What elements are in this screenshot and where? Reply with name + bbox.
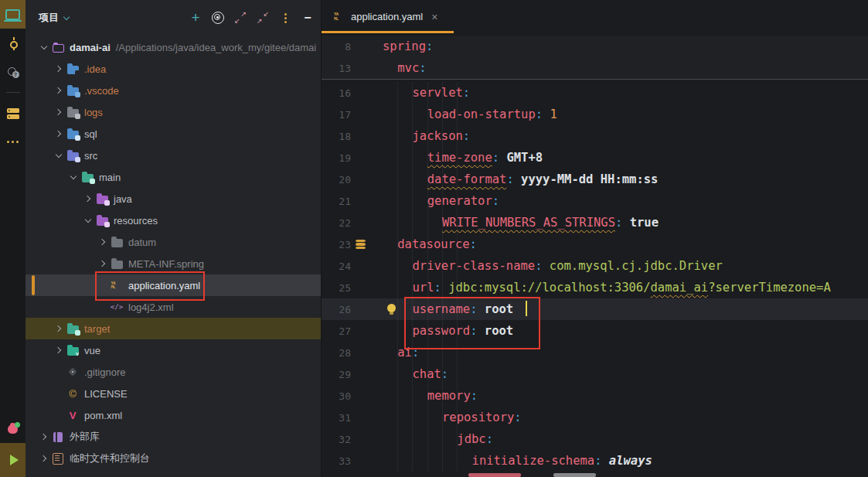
chevron-right-icon[interactable]: [52, 322, 66, 335]
tree-item-folder-sql[interactable]: sql: [26, 123, 321, 145]
gutter[interactable]: 26: [322, 298, 379, 320]
tree-item-folder-src[interactable]: src: [26, 145, 321, 166]
tree-item-external-libraries[interactable]: 外部库: [26, 426, 321, 448]
chevron-down-icon[interactable]: [81, 214, 95, 227]
chevron-right-icon[interactable]: [96, 236, 110, 248]
code-line-25[interactable]: 25url: jdbc:mysql://localhost:3306/damai…: [322, 277, 868, 298]
gutter[interactable]: 32: [322, 428, 379, 450]
chevron-down-icon[interactable]: [37, 41, 51, 53]
debug-tool-icon[interactable]: [0, 414, 26, 443]
code-line-28[interactable]: 28ai:: [322, 342, 868, 363]
tree-item-folder-java[interactable]: java: [26, 188, 321, 210]
code-line-8[interactable]: 8spring:: [322, 36, 868, 57]
chevron-right-icon[interactable]: [37, 452, 51, 465]
tree-item-project-root[interactable]: damai-ai/Applications/java/idea_work_my/…: [26, 36, 321, 58]
chevron-right-icon[interactable]: [52, 63, 66, 75]
chevron-right-icon[interactable]: [52, 344, 66, 356]
tree-item-scratches-and-consoles[interactable]: 临时文件和控制台: [26, 448, 321, 469]
code-line-19[interactable]: 19time-zone: GMT+8: [322, 147, 868, 169]
tree-item-folder-target[interactable]: target: [26, 318, 321, 339]
gutter[interactable]: 16: [322, 82, 379, 104]
code-line-18[interactable]: 18jackson:: [322, 125, 868, 147]
gutter[interactable]: 19: [322, 147, 379, 169]
code-line-26[interactable]: 26username: root: [322, 298, 868, 320]
tree-item-folder-logs[interactable]: logs: [26, 101, 321, 123]
tree-item-folder-vue[interactable]: Vvue: [26, 339, 321, 361]
project-selector-label[interactable]: 项目: [39, 11, 59, 25]
tree-item-file-license[interactable]: ©LICENSE: [26, 383, 321, 404]
tree-item-file-gitignore[interactable]: .gitignore: [26, 361, 321, 383]
line-number: 19: [322, 152, 351, 164]
code-line-16[interactable]: 16servlet:: [322, 82, 868, 104]
gutter[interactable]: 25: [322, 277, 379, 298]
code-line-27[interactable]: 27password: root: [322, 320, 868, 342]
code-line-20[interactable]: 20date-format: yyyy-MM-dd HH:mm:ss: [322, 169, 868, 190]
gutter[interactable]: 21: [322, 190, 379, 212]
gutter[interactable]: 17: [322, 104, 379, 125]
gutter[interactable]: 28: [322, 342, 379, 363]
tree-item-folder-idea[interactable]: .idea: [26, 58, 321, 80]
help-community-icon[interactable]: ?: [0, 57, 26, 86]
tree-item-folder-meta-inf-spring[interactable]: META-INF.spring: [26, 253, 321, 274]
tab-application-yaml[interactable]: YAML application.yaml ×: [322, 0, 448, 33]
gutter[interactable]: 20: [322, 169, 379, 190]
tree-item-folder-vscode[interactable]: .vscode: [26, 80, 321, 101]
chevron-down-icon[interactable]: [64, 15, 70, 21]
gutter[interactable]: 23: [322, 233, 379, 255]
gutter[interactable]: 22: [322, 212, 379, 233]
gutter[interactable]: 30: [322, 385, 379, 407]
gutter[interactable]: 33: [322, 450, 379, 472]
tree-item-folder-resources[interactable]: resources: [26, 210, 321, 231]
code-line-13[interactable]: 13mvc:: [322, 57, 868, 79]
add-button[interactable]: +: [189, 11, 203, 25]
chevron-down-icon[interactable]: [66, 171, 80, 183]
tree-item-file-log4j2-xml[interactable]: </>log4j2.xml: [26, 296, 321, 318]
run-tool-icon[interactable]: [0, 443, 26, 477]
chevron-right-icon[interactable]: [52, 128, 66, 140]
tree-item-file-application-yaml[interactable]: YAMLapplication.yaml: [26, 274, 321, 296]
gutter[interactable]: 18: [322, 125, 379, 147]
code-line-29[interactable]: 29chat:: [322, 363, 868, 385]
database-gutter-icon[interactable]: [356, 240, 366, 249]
code-line-33[interactable]: 33initialize-schema: always: [322, 450, 868, 472]
line-number: 22: [322, 217, 351, 229]
gutter[interactable]: 29: [322, 363, 379, 385]
project-tool-icon[interactable]: [0, 0, 26, 29]
maven-icon: V: [70, 411, 77, 421]
locate-file-button[interactable]: [211, 11, 225, 25]
gutter[interactable]: 8: [322, 36, 379, 57]
chevron-right-icon[interactable]: [96, 257, 110, 270]
code-line-23[interactable]: 23datasource:: [322, 233, 868, 255]
gutter[interactable]: 13: [322, 57, 379, 79]
token: repository: [442, 411, 514, 424]
collapse-all-button[interactable]: ↙ ↗: [256, 11, 270, 25]
code-line-22[interactable]: 22WRITE_NUMBERS_AS_STRINGS: true: [322, 212, 868, 233]
expand-all-button[interactable]: ↗ ↙: [233, 11, 247, 25]
chevron-right-icon[interactable]: [37, 431, 51, 443]
tree-item-folder-main[interactable]: main: [26, 166, 321, 188]
close-icon[interactable]: ×: [431, 11, 437, 23]
code-line-31[interactable]: 31repository:: [322, 407, 868, 428]
chevron-down-icon[interactable]: [52, 149, 66, 162]
code-line-32[interactable]: 32jdbc:: [322, 428, 868, 450]
more-tools-icon[interactable]: [0, 128, 26, 156]
gutter[interactable]: 27: [322, 320, 379, 342]
gutter[interactable]: 31: [322, 407, 379, 428]
more-options-button[interactable]: [278, 11, 292, 25]
token: username: [413, 302, 471, 316]
gutter[interactable]: 24: [322, 255, 379, 277]
hide-panel-button[interactable]: −: [301, 11, 315, 25]
tree-item-folder-datum[interactable]: datum: [26, 231, 321, 253]
chevron-right-icon[interactable]: [81, 193, 95, 205]
chevron-right-icon[interactable]: [52, 84, 66, 97]
commit-tool-icon[interactable]: [0, 29, 26, 57]
database-tool-icon[interactable]: [0, 99, 26, 128]
code-line-21[interactable]: 21generator:: [322, 190, 868, 212]
tree-item-file-pom-xml[interactable]: Vpom.xml: [26, 404, 321, 426]
chevron-right-icon[interactable]: [52, 106, 66, 118]
code-line-30[interactable]: 30memory:: [322, 385, 868, 407]
code-line-17[interactable]: 17load-on-startup: 1: [322, 104, 868, 125]
intention-bulb-icon[interactable]: [387, 304, 396, 312]
code-line-24[interactable]: 24driver-class-name: com.mysql.cj.jdbc.D…: [322, 255, 868, 277]
editor-body[interactable]: 8spring:13mvc: 16servlet:17load-on-start…: [322, 36, 868, 477]
